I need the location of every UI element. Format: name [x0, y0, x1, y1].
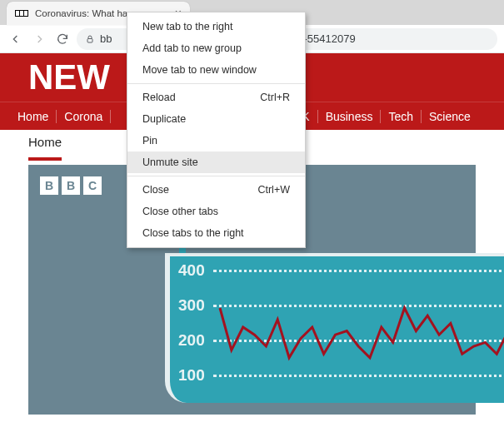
lock-icon [85, 34, 95, 44]
nav-coronavirus[interactable]: Corona [57, 110, 111, 123]
ctx-label: New tab to the right [142, 21, 232, 32]
ctx-close-other[interactable]: Close other tabs [127, 201, 305, 222]
nav-business[interactable]: Business [318, 110, 382, 123]
ctx-shortcut: Ctrl+W [257, 184, 290, 196]
reload-button[interactable] [53, 30, 72, 48]
ctx-reload[interactable]: ReloadCtrl+R [127, 87, 305, 108]
svg-rect-0 [87, 38, 92, 42]
ctx-label: Duplicate [142, 113, 186, 125]
bbc-block: C [83, 176, 102, 195]
ctx-pin[interactable]: Pin [127, 130, 305, 151]
ctx-label: Add tab to new group [142, 42, 242, 54]
ctx-unmute-site[interactable]: Unmute site [127, 151, 305, 173]
ctx-separator [127, 176, 305, 176]
bbc-block: B [40, 176, 58, 195]
bbc-block: B [62, 176, 80, 195]
chart-line-icon [178, 260, 504, 400]
news-banner-title: NEW [28, 57, 110, 97]
nav-science[interactable]: Science [422, 110, 478, 123]
tab-title: Coronavirus: What ha [35, 8, 127, 18]
ctx-separator [127, 83, 305, 84]
ctx-label: Pin [142, 135, 157, 146]
ctx-label: Close tabs to the right [142, 227, 244, 239]
bbc-favicon-icon [15, 10, 28, 17]
url-segment-left: bb [100, 32, 112, 45]
ctx-label: Close other tabs [142, 206, 218, 217]
forward-button[interactable] [30, 30, 48, 48]
tub-body: 400 300 200 100 [165, 253, 504, 403]
ctx-close-right[interactable]: Close tabs to the right [127, 222, 305, 244]
back-button[interactable] [7, 30, 25, 48]
tab-context-menu: New tab to the right Add tab to new grou… [127, 12, 306, 248]
ctx-close[interactable]: CloseCtrl+W [127, 179, 305, 201]
url-segment-right: -55412079 [303, 32, 355, 45]
tub-chart: 400 300 200 100 [40, 223, 464, 406]
nav-tech[interactable]: Tech [381, 110, 422, 123]
subnav-home[interactable]: Home [28, 135, 62, 161]
ctx-move-tab-window[interactable]: Move tab to new window [127, 59, 305, 81]
ctx-shortcut: Ctrl+R [260, 92, 290, 103]
ctx-label: Move tab to new window [142, 64, 257, 76]
nav-home[interactable]: Home [10, 110, 57, 123]
ctx-new-tab-right[interactable]: New tab to the right [127, 16, 305, 37]
ctx-label: Unmute site [142, 156, 198, 168]
chart-ticks: 400 300 200 100 [178, 260, 504, 400]
ctx-add-tab-group[interactable]: Add tab to new group [127, 37, 305, 59]
ctx-duplicate[interactable]: Duplicate [127, 108, 305, 130]
ctx-label: Reload [142, 92, 176, 103]
ctx-label: Close [142, 184, 169, 196]
